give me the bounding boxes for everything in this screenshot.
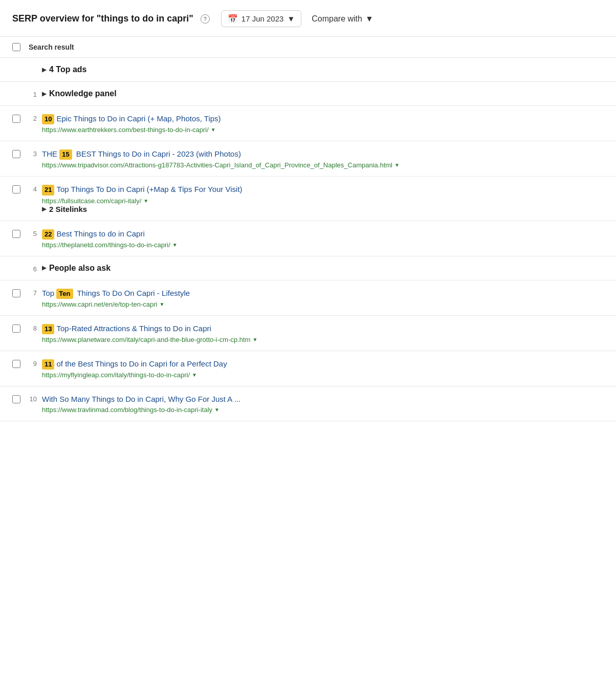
section-label[interactable]: ▶ Knowledge panel [42,89,117,98]
date-picker-button[interactable]: 📅 17 Jun 2023 ▼ [221,10,301,27]
section-label[interactable]: ▶ People also ask [42,264,111,273]
rank-badge: 10 [42,114,54,124]
row-checkbox[interactable] [12,115,20,123]
row-checkbox[interactable] [12,325,20,333]
row-checkbox[interactable] [12,230,20,238]
row-checkbox[interactable] [12,360,20,368]
expand-triangle-icon: ▶ [42,91,46,97]
section-row: ▶ 4 Top ads [0,58,616,82]
table-row: 5 22Best Things to do in Capri https://t… [0,221,616,256]
result-url[interactable]: https://www.planetware.com/italy/capri-a… [42,336,604,343]
result-url[interactable]: https://www.travlinmad.com/blog/things-t… [42,406,604,414]
compare-dropdown-arrow: ▼ [365,14,373,24]
compare-label: Compare with [312,14,362,24]
select-all-checkbox[interactable] [12,43,20,51]
result-url[interactable]: https://www.earthtrekkers.com/best-thing… [42,126,604,134]
url-dropdown-icon[interactable]: ▼ [394,162,400,168]
sitelinks-triangle-icon: ▶ [42,206,46,212]
rank-badge: 13 [42,324,54,334]
result-url[interactable]: https://fullsuitcase.com/capri-italy/ ▼ [42,197,604,205]
expand-triangle-icon: ▶ [42,265,46,271]
row-content: 11of the Best Things to Do in Capri for … [42,358,604,379]
result-title[interactable]: 11of the Best Things to Do in Capri for … [42,358,604,370]
result-title[interactable]: 22Best Things to do in Capri [42,228,604,240]
page-header: SERP overview for "things to do in capri… [0,0,616,37]
url-dropdown-icon[interactable]: ▼ [192,372,197,378]
table-row: 4 21Top Things To Do in Capri (+Map & Ti… [0,177,616,221]
row-content: 13Top-Rated Attractions & Things to Do i… [42,323,604,343]
result-url[interactable]: https://www.capri.net/en/e/top-ten-capri… [42,300,604,308]
result-url[interactable]: https://myflyingleap.com/italy/things-to… [42,371,604,379]
rank-badge: 21 [42,185,54,195]
row-number: 9 [26,360,37,368]
url-dropdown-icon[interactable]: ▼ [159,301,164,307]
row-content: Top Ten Things To Do On Capri - Lifestyl… [42,288,604,308]
row-number: 4 [26,185,37,193]
date-dropdown-arrow: ▼ [287,14,295,23]
table-column-label: Search result [29,43,74,51]
result-title[interactable]: THE 15 BEST Things to Do in Capri - 2023… [42,148,604,160]
table-row: 9 11of the Best Things to Do in Capri fo… [0,351,616,386]
rank-badge: 15 [59,149,72,160]
row-number: 7 [26,289,37,297]
row-content: THE 15 BEST Things to Do in Capri - 2023… [42,148,604,169]
row-content: 10Epic Things to Do in Capri (+ Map, Pho… [42,113,604,134]
row-checkbox[interactable] [12,185,20,193]
sitelinks-label[interactable]: ▶ 2 Sitelinks [42,205,604,213]
result-title[interactable]: Top Ten Things To Do On Capri - Lifestyl… [42,288,604,299]
row-number: 10 [26,395,37,403]
rank-badge: 22 [42,229,54,240]
row-number: 5 [26,230,37,237]
table-row: 2 10Epic Things to Do in Capri (+ Map, P… [0,106,616,141]
row-number: 8 [26,325,37,332]
url-dropdown-icon[interactable]: ▼ [211,127,216,133]
url-dropdown-icon[interactable]: ▼ [214,407,219,413]
help-icon[interactable]: ? [201,14,210,24]
date-label: 17 Jun 2023 [241,14,284,23]
section-row: 6 ▶ People also ask [0,256,616,280]
section-label[interactable]: ▶ 4 Top ads [42,65,87,74]
url-dropdown-icon[interactable]: ▼ [143,198,148,204]
result-title[interactable]: 21Top Things To Do in Capri (+Map & Tips… [42,184,604,195]
row-content: 21Top Things To Do in Capri (+Map & Tips… [42,184,604,213]
row-content: 22Best Things to do in Capri https://the… [42,228,604,249]
section-row: 1 ▶ Knowledge panel [0,82,616,106]
row-content: With So Many Things to Do in Capri, Why … [42,394,604,414]
table-row: 8 13Top-Rated Attractions & Things to Do… [0,316,616,351]
rank-badge: 11 [42,359,54,370]
table-row: 10 With So Many Things to Do in Capri, W… [0,386,616,421]
page-title: SERP overview for "things to do in capri… [12,13,193,24]
result-title[interactable]: 10Epic Things to Do in Capri (+ Map, Pho… [42,113,604,124]
result-title[interactable]: With So Many Things to Do in Capri, Why … [42,394,604,404]
row-number: 6 [26,265,37,273]
url-dropdown-icon[interactable]: ▼ [252,337,257,342]
results-list: ▶ 4 Top ads 1 ▶ Knowledge panel 2 10Epic… [0,58,616,421]
calendar-icon: 📅 [228,14,238,24]
compare-with-button[interactable]: Compare with ▼ [312,14,373,24]
url-dropdown-icon[interactable]: ▼ [172,242,178,248]
row-number: 3 [26,150,37,158]
row-checkbox[interactable] [12,395,20,403]
row-checkbox[interactable] [12,289,20,297]
table-row: 3 THE 15 BEST Things to Do in Capri - 20… [0,141,616,177]
table-header: Search result [0,37,616,58]
result-title[interactable]: 13Top-Rated Attractions & Things to Do i… [42,323,604,334]
expand-triangle-icon: ▶ [42,67,46,73]
result-url[interactable]: https://theplanetd.com/things-to-do-in-c… [42,241,604,249]
row-number: 2 [26,115,37,122]
table-row: 7 Top Ten Things To Do On Capri - Lifest… [0,280,616,316]
row-checkbox[interactable] [12,150,20,158]
result-url[interactable]: https://www.tripadvisor.com/Attractions-… [42,161,604,169]
row-number: 1 [26,91,37,98]
rank-badge: Ten [56,289,73,299]
